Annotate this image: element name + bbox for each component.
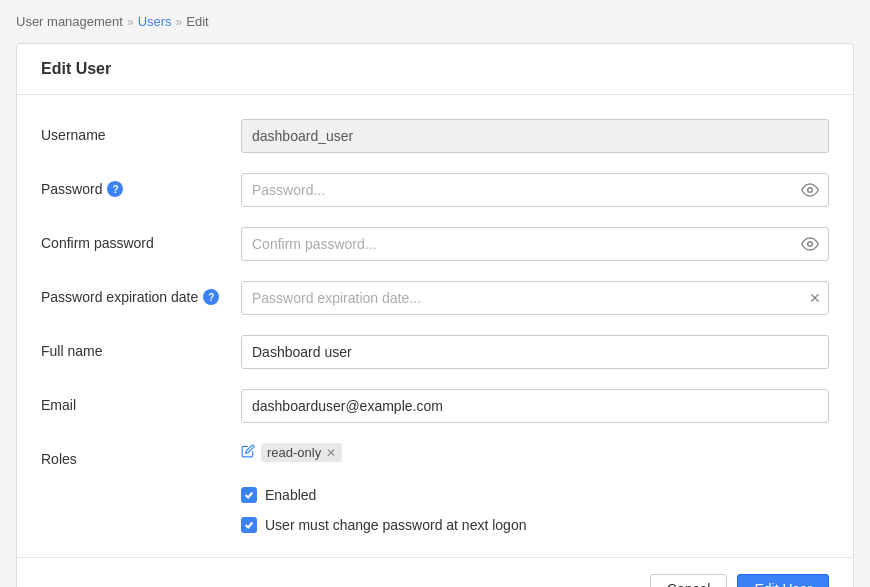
confirm-password-input[interactable]: [241, 227, 829, 261]
password-expiration-info-icon: ?: [203, 289, 219, 305]
roles-row: Roles read-only ✕: [41, 443, 829, 467]
email-label: Email: [41, 389, 241, 413]
password-label: Password ?: [41, 173, 241, 197]
password-info-icon: ?: [107, 181, 123, 197]
role-tag-label: read-only: [267, 445, 321, 460]
breadcrumb-sep1: »: [127, 15, 134, 29]
breadcrumb-root: User management: [16, 14, 123, 29]
roles-area: read-only ✕: [241, 443, 829, 462]
edit-role-icon[interactable]: [241, 444, 255, 461]
password-expiration-input[interactable]: [241, 281, 829, 315]
password-control: [241, 173, 829, 207]
full-name-row: Full name: [41, 335, 829, 369]
svg-point-0: [808, 188, 813, 193]
role-tag-remove-icon[interactable]: ✕: [326, 447, 336, 459]
password-row: Password ?: [41, 173, 829, 207]
breadcrumb: User management » Users » Edit: [0, 0, 870, 43]
must-change-password-row: User must change password at next logon: [41, 517, 829, 533]
svg-point-1: [808, 242, 813, 247]
breadcrumb-users[interactable]: Users: [138, 14, 172, 29]
password-input[interactable]: [241, 173, 829, 207]
must-change-password-checkbox[interactable]: [241, 517, 257, 533]
confirm-password-input-group: [241, 227, 829, 261]
card-footer: Cancel Edit User: [17, 557, 853, 587]
full-name-control: [241, 335, 829, 369]
password-expiration-label: Password expiration date ?: [41, 281, 241, 305]
username-input: [241, 119, 829, 153]
edit-user-button[interactable]: Edit User: [737, 574, 829, 587]
enabled-checkbox[interactable]: [241, 487, 257, 503]
username-control: [241, 119, 829, 153]
email-input[interactable]: [241, 389, 829, 423]
password-expiration-row: Password expiration date ? ✕: [41, 281, 829, 315]
confirm-password-control: [241, 227, 829, 261]
card-header: Edit User: [17, 44, 853, 95]
card-title: Edit User: [41, 60, 111, 77]
email-row: Email: [41, 389, 829, 423]
confirm-password-row: Confirm password: [41, 227, 829, 261]
password-expiration-clear-icon[interactable]: ✕: [809, 290, 821, 306]
edit-user-card: Edit User Username Password ?: [16, 43, 854, 587]
password-expiration-input-group: ✕: [241, 281, 829, 315]
password-expiration-control: ✕: [241, 281, 829, 315]
cancel-button[interactable]: Cancel: [650, 574, 728, 587]
password-toggle-icon[interactable]: [799, 179, 821, 201]
roles-control: read-only ✕: [241, 443, 829, 462]
roles-label: Roles: [41, 443, 241, 467]
confirm-password-toggle-icon[interactable]: [799, 233, 821, 255]
full-name-label: Full name: [41, 335, 241, 359]
role-tag-readonly: read-only ✕: [261, 443, 342, 462]
breadcrumb-current: Edit: [186, 14, 208, 29]
email-control: [241, 389, 829, 423]
enabled-row: Enabled: [41, 487, 829, 503]
password-input-group: [241, 173, 829, 207]
full-name-input[interactable]: [241, 335, 829, 369]
username-label: Username: [41, 119, 241, 143]
must-change-password-label: User must change password at next logon: [265, 517, 526, 533]
enabled-label: Enabled: [265, 487, 316, 503]
breadcrumb-sep2: »: [176, 15, 183, 29]
card-body: Username Password ?: [17, 95, 853, 533]
username-row: Username: [41, 119, 829, 153]
confirm-password-label: Confirm password: [41, 227, 241, 251]
